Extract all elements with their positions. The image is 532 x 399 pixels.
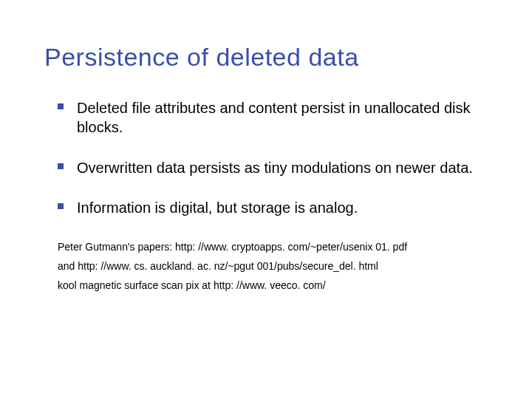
reference-line: Peter Gutmann's papers: http: //www. cry… bbox=[58, 239, 488, 255]
references: Peter Gutmann's papers: http: //www. cry… bbox=[58, 239, 488, 294]
reference-line: kool magnetic surface scan pix at http: … bbox=[58, 277, 488, 293]
bullet-item: Information is digital, but storage is a… bbox=[58, 198, 488, 217]
reference-line: and http: //www. cs. auckland. ac. nz/~p… bbox=[58, 258, 488, 274]
bullet-item: Overwritten data persists as tiny modula… bbox=[58, 158, 488, 177]
slide-title: Persistence of deleted data bbox=[44, 43, 488, 72]
bullet-list: Deleted file attributes and content pers… bbox=[58, 98, 488, 218]
bullet-item: Deleted file attributes and content pers… bbox=[58, 98, 488, 137]
